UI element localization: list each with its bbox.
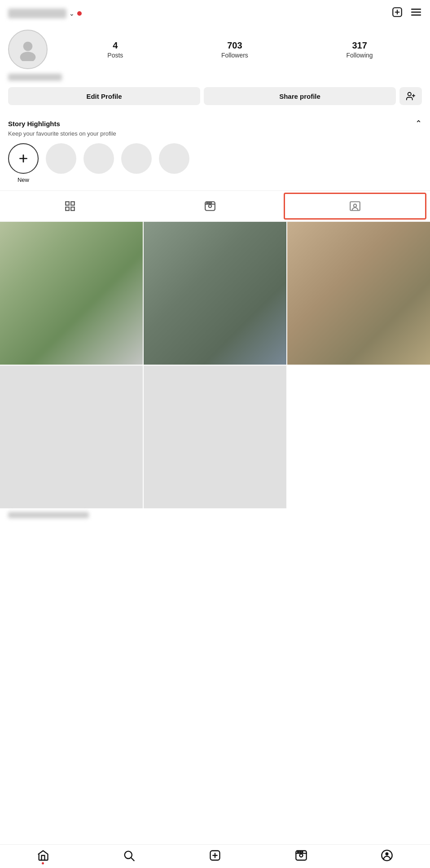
highlight-item-3[interactable]	[121, 143, 152, 183]
tagged-hint	[8, 512, 89, 518]
avatar-circle	[8, 30, 48, 69]
edit-profile-button[interactable]: Edit Profile	[8, 87, 200, 105]
svg-rect-23	[350, 202, 360, 211]
grid-cell-4[interactable]	[0, 366, 143, 508]
svg-rect-15	[66, 207, 69, 211]
tab-grid[interactable]	[0, 191, 140, 221]
new-highlight-item[interactable]: New	[8, 143, 39, 183]
svg-point-18	[209, 205, 212, 208]
followers-label: Followers	[221, 52, 248, 59]
highlights-row: New	[8, 143, 422, 185]
highlight-item-4[interactable]	[159, 143, 189, 183]
grid-cell-2[interactable]	[144, 222, 286, 365]
grid-icon	[64, 200, 76, 212]
highlights-subtitle: Keep your favourite stories on your prof…	[8, 130, 422, 137]
username-display	[8, 9, 66, 18]
svg-rect-14	[71, 202, 75, 205]
story-highlights-section: Story Highlights ⌃ Keep your favourite s…	[0, 119, 430, 185]
highlights-header: Story Highlights ⌃	[8, 119, 422, 128]
followers-stat[interactable]: 703 Followers	[221, 40, 248, 59]
add-friend-button[interactable]	[399, 87, 422, 105]
nav-left: ⌄	[8, 9, 82, 18]
top-navigation: ⌄	[0, 0, 430, 25]
posts-count: 4	[113, 40, 118, 51]
highlight-item-2[interactable]	[83, 143, 114, 183]
posts-label: Posts	[107, 52, 123, 59]
grid-cell-5[interactable]	[144, 366, 286, 508]
svg-point-24	[354, 204, 357, 207]
tab-tagged[interactable]	[284, 193, 426, 220]
highlights-title: Story Highlights	[8, 120, 60, 128]
new-highlight-circle[interactable]	[8, 143, 39, 174]
svg-point-7	[20, 52, 36, 61]
highlight-circle-3[interactable]	[121, 143, 152, 174]
following-count: 317	[352, 40, 367, 51]
highlight-item-1[interactable]	[46, 143, 76, 183]
add-post-icon[interactable]	[391, 6, 403, 21]
tab-reels[interactable]	[140, 191, 280, 221]
highlight-circle-2[interactable]	[83, 143, 114, 174]
stats-row: 4 Posts 703 Followers 317 Following	[58, 40, 422, 59]
svg-point-20	[206, 203, 207, 203]
svg-rect-13	[66, 202, 69, 205]
svg-rect-16	[71, 207, 75, 211]
profile-name	[8, 74, 62, 81]
highlights-collapse-icon[interactable]: ⌃	[415, 119, 422, 128]
following-stat[interactable]: 317 Following	[347, 40, 373, 59]
grid-cell-3[interactable]	[287, 222, 430, 365]
chevron-down-icon[interactable]: ⌄	[69, 10, 75, 17]
svg-point-21	[209, 203, 210, 203]
highlight-circle-4[interactable]	[159, 143, 189, 174]
svg-point-8	[408, 93, 411, 96]
followers-count: 703	[227, 40, 242, 51]
tagged-grid	[0, 222, 430, 508]
notification-dot	[77, 11, 82, 16]
svg-point-6	[23, 42, 33, 51]
tagged-icon	[349, 200, 361, 212]
content-tabs	[0, 190, 430, 222]
profile-top-row: 4 Posts 703 Followers 317 Following	[8, 30, 422, 69]
nav-right	[391, 6, 422, 21]
posts-stat[interactable]: 4 Posts	[107, 40, 123, 59]
svg-point-22	[211, 203, 211, 203]
profile-section: 4 Posts 703 Followers 317 Following Edit…	[0, 25, 430, 119]
share-profile-button[interactable]: Share profile	[204, 87, 396, 105]
new-highlight-label: New	[18, 176, 29, 183]
following-label: Following	[347, 52, 373, 59]
avatar[interactable]	[8, 30, 48, 69]
reels-icon	[204, 200, 216, 212]
hamburger-menu-icon[interactable]	[410, 6, 422, 21]
highlight-circle-1[interactable]	[46, 143, 76, 174]
action-buttons: Edit Profile Share profile	[8, 87, 422, 105]
grid-cell-1[interactable]	[0, 222, 143, 365]
